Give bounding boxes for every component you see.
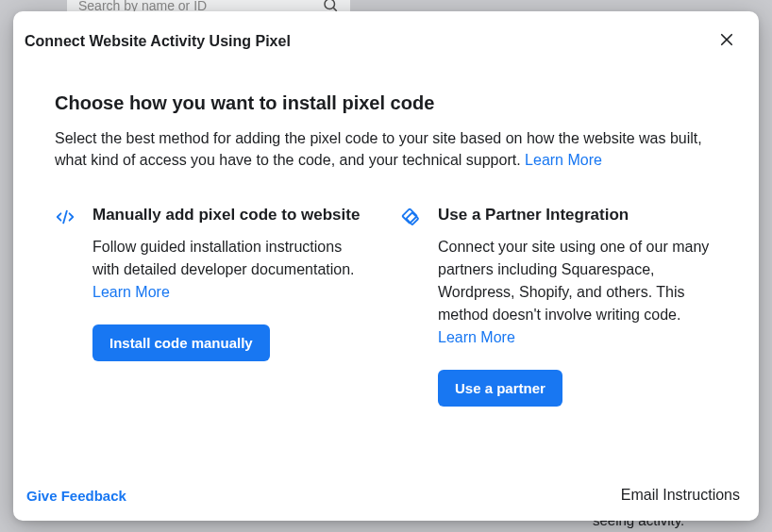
intro-learn-more-link[interactable]: Learn More [525, 152, 602, 168]
close-icon [718, 31, 735, 52]
option-partner: Use a Partner Integration Connect your s… [400, 205, 717, 407]
svg-line-1 [333, 8, 336, 10]
background-search-bar: Search by name or ID [67, 0, 350, 11]
svg-point-0 [325, 0, 335, 8]
option-manual-desc: Follow guided installation instructions … [92, 236, 372, 304]
intro-description: Select the best method for adding the pi… [55, 127, 717, 171]
modal-content: Choose how you want to install pixel cod… [13, 66, 759, 474]
give-feedback-link[interactable]: Give Feedback [26, 488, 126, 504]
manual-learn-more-link[interactable]: Learn More [92, 284, 170, 300]
install-options: Manually add pixel code to website Follo… [55, 205, 717, 407]
close-button[interactable] [713, 28, 740, 55]
intro-heading: Choose how you want to install pixel cod… [55, 92, 717, 114]
option-partner-title: Use a Partner Integration [438, 205, 717, 226]
modal-footer: Give Feedback Email Instructions [13, 474, 759, 521]
option-partner-body: Use a Partner Integration Connect your s… [438, 205, 717, 407]
code-icon [55, 207, 77, 229]
modal-title: Connect Website Activity Using Pixel [25, 33, 291, 50]
option-manual-title: Manually add pixel code to website [92, 205, 372, 226]
partner-icon [400, 207, 423, 229]
option-manual-body: Manually add pixel code to website Follo… [92, 205, 372, 407]
modal-header: Connect Website Activity Using Pixel [13, 11, 759, 66]
pixel-install-modal: Connect Website Activity Using Pixel Cho… [13, 11, 759, 521]
partner-learn-more-link[interactable]: Learn More [438, 329, 515, 345]
email-instructions-button[interactable]: Email Instructions [621, 487, 740, 504]
install-code-manually-button[interactable]: Install code manually [92, 324, 270, 361]
option-partner-desc: Connect your site using one of our many … [438, 236, 717, 349]
use-a-partner-button[interactable]: Use a partner [438, 370, 562, 407]
option-manual: Manually add pixel code to website Follo… [55, 205, 372, 407]
svg-line-4 [63, 211, 67, 224]
